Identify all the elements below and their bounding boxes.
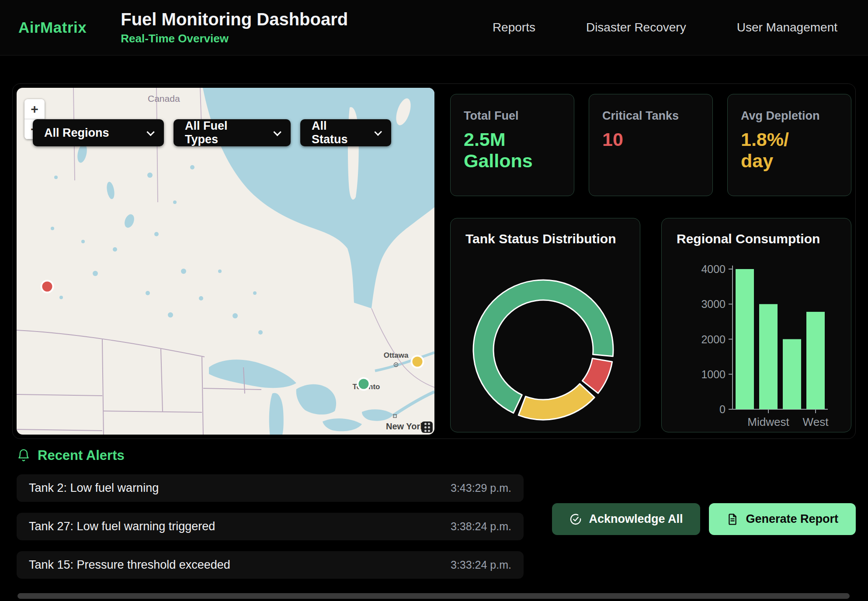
tank-marker-normal[interactable] — [358, 378, 370, 390]
map-resize-handle[interactable] — [421, 421, 433, 433]
filter-regions-label: All Regions — [44, 126, 109, 140]
main-nav: Reports Disaster Recovery User Managemen… — [493, 21, 850, 35]
alert-actions: Acknowledge All Generate Report — [552, 503, 856, 535]
alerts-title: Recent Alerts — [38, 448, 125, 463]
fuel-map[interactable]: Canada Ottawa Toronto New York + − All R… — [17, 88, 434, 435]
nav-item-user-management[interactable]: User Management — [737, 21, 837, 35]
metrics-panel: Total Fuel 2.5M Gallons Critical Tanks 1… — [450, 88, 851, 435]
brand-logo: AirMatrix — [18, 19, 87, 36]
generate-report-button[interactable]: Generate Report — [709, 503, 856, 535]
chart-title: Regional Consumption — [677, 231, 820, 246]
chevron-down-icon — [374, 128, 382, 136]
alert-time: 3:33:24 p.m. — [451, 559, 511, 571]
bell-icon — [17, 449, 31, 463]
tank-marker-critical[interactable] — [42, 281, 53, 293]
alert-row[interactable]: Tank 2: Low fuel warning 3:43:29 p.m. — [17, 474, 524, 502]
filter-status-label: All Status — [312, 119, 363, 146]
check-circle-icon — [569, 513, 582, 525]
horizontal-scrollbar[interactable] — [17, 593, 850, 599]
chevron-down-icon — [146, 128, 154, 136]
app-header: AirMatrix Fuel Monitoring Dashboard Real… — [0, 0, 868, 55]
chart-title: Tank Status Distribution — [465, 231, 616, 246]
filter-status-select[interactable]: All Status — [300, 119, 391, 146]
chevron-down-icon — [274, 128, 281, 136]
svg-text:3000: 3000 — [701, 298, 726, 310]
zoom-in-button[interactable]: + — [24, 99, 45, 119]
svg-text:4000: 4000 — [701, 263, 726, 275]
map-label-canada: Canada — [148, 93, 180, 104]
alert-time: 3:38:24 p.m. — [451, 520, 511, 533]
filter-fuel-types-label: All Fuel Types — [185, 119, 262, 146]
title-block: Fuel Monitoring Dashboard Real-Time Over… — [121, 10, 348, 45]
charts-row: Tank Status Distribution Regional Consum… — [450, 218, 851, 432]
recent-alerts-section: Recent Alerts Tank 2: Low fuel warning 3… — [17, 448, 856, 592]
alert-text: Tank 27: Low fuel warning triggered — [29, 520, 215, 533]
map-label-ottawa: Ottawa — [384, 351, 409, 359]
stat-label: Avg Depletion — [741, 109, 838, 123]
regional-consumption-card: Regional Consumption 01000200030004000Mi… — [661, 218, 851, 432]
stat-value: 1.8%/ day — [741, 129, 838, 172]
page-title: Fuel Monitoring Dashboard — [121, 10, 348, 29]
svg-text:2000: 2000 — [701, 333, 726, 345]
stat-value: 2.5M Gallons — [464, 129, 561, 172]
filter-regions-select[interactable]: All Regions — [33, 119, 164, 146]
stat-card-critical-tanks: Critical Tanks 10 — [589, 94, 713, 196]
stat-label: Critical Tanks — [602, 109, 699, 123]
page-subtitle: Real-Time Overview — [121, 32, 348, 45]
alert-row[interactable]: Tank 27: Low fuel warning triggered 3:38… — [17, 513, 524, 540]
filter-fuel-types-select[interactable]: All Fuel Types — [174, 119, 291, 146]
generate-report-label: Generate Report — [746, 512, 838, 526]
alerts-header: Recent Alerts — [17, 448, 856, 463]
stat-value: 10 — [602, 129, 699, 150]
nav-item-disaster-recovery[interactable]: Disaster Recovery — [586, 21, 686, 35]
acknowledge-all-button[interactable]: Acknowledge All — [552, 503, 700, 535]
nav-item-reports[interactable]: Reports — [493, 21, 535, 35]
alert-row[interactable]: Tank 15: Pressure threshold exceeded 3:3… — [17, 551, 524, 579]
alert-text: Tank 2: Low fuel warning — [29, 481, 159, 495]
tank-status-card: Tank Status Distribution — [450, 218, 640, 432]
alert-time: 3:43:29 p.m. — [451, 482, 511, 494]
acknowledge-all-label: Acknowledge All — [589, 512, 683, 526]
svg-text:1000: 1000 — [701, 368, 726, 380]
dashboard-top-section: Canada Ottawa Toronto New York + − All R… — [12, 83, 856, 439]
bar-chart: 01000200030004000MidwestWest — [662, 218, 847, 432]
svg-text:0: 0 — [719, 403, 726, 415]
ottawa-town-icon-dot — [396, 364, 397, 366]
svg-text:Midwest: Midwest — [747, 415, 789, 428]
stat-card-avg-depletion: Avg Depletion 1.8%/ day — [727, 94, 851, 196]
stat-label: Total Fuel — [464, 109, 561, 123]
stats-row: Total Fuel 2.5M Gallons Critical Tanks 1… — [450, 94, 851, 196]
donut-chart — [451, 218, 635, 432]
tank-marker-warning[interactable] — [412, 356, 424, 368]
map-label-new-york: New York — [386, 421, 425, 431]
map-filter-bar: All Regions All Fuel Types All Status — [33, 119, 391, 146]
stat-card-total-fuel: Total Fuel 2.5M Gallons — [450, 94, 574, 196]
svg-text:West: West — [803, 415, 829, 428]
document-icon — [726, 513, 739, 525]
alert-text: Tank 15: Pressure threshold exceeded — [29, 558, 230, 572]
